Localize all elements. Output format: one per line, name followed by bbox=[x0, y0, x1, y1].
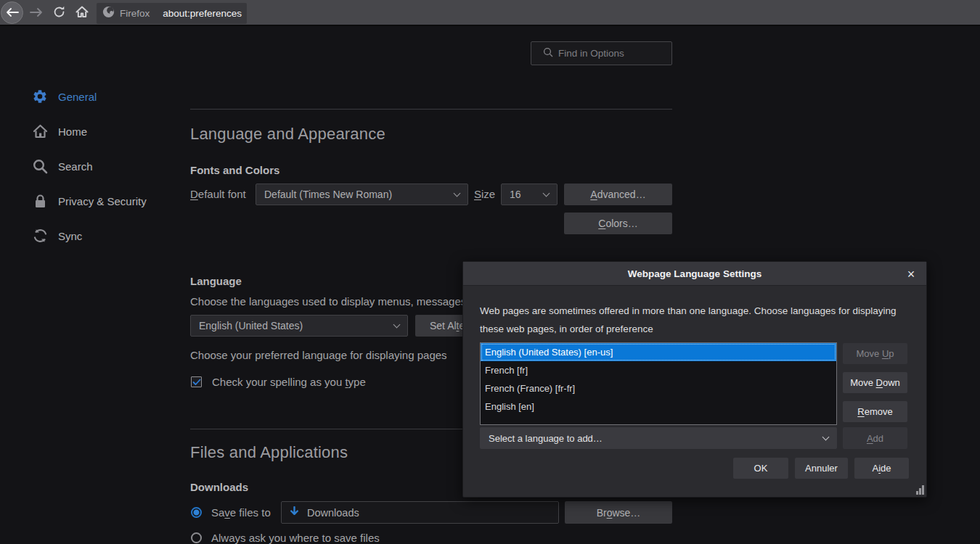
find-placeholder: Find in Options bbox=[558, 48, 624, 59]
remove-button[interactable]: Remove bbox=[843, 401, 907, 422]
size-value: 16 bbox=[510, 189, 521, 200]
default-font-value: Default (Times New Roman) bbox=[264, 189, 392, 200]
default-font-label: Default font bbox=[190, 184, 246, 205]
language-list-item[interactable]: French (France) [fr-fr] bbox=[481, 379, 836, 397]
dialog-header[interactable]: Webpage Language Settings bbox=[463, 262, 926, 286]
ok-button[interactable]: OK bbox=[733, 458, 788, 479]
section-title-files-applications: Files and Applications bbox=[190, 443, 348, 462]
reload-button[interactable] bbox=[49, 0, 69, 26]
download-path-field[interactable]: Downloads bbox=[281, 501, 559, 524]
fonts-colors-heading: Fonts and Colors bbox=[190, 164, 279, 176]
magnifier-icon bbox=[31, 157, 49, 175]
language-desc: Choose the languages used to display men… bbox=[190, 295, 469, 308]
home-icon bbox=[75, 6, 89, 21]
ui-language-dropdown[interactable]: English (United States) bbox=[190, 315, 408, 337]
size-dropdown[interactable]: 16 bbox=[501, 184, 558, 205]
language-listbox: English (United States) [en-us] French [… bbox=[480, 342, 837, 425]
sidebar-item-privacy-security[interactable]: Privacy & Security bbox=[22, 184, 178, 218]
save-files-label: Save files to bbox=[211, 501, 271, 524]
chevron-down-icon bbox=[454, 189, 461, 197]
save-files-radio[interactable] bbox=[191, 507, 202, 518]
chevron-down-icon bbox=[393, 321, 401, 328]
close-icon[interactable]: × bbox=[902, 265, 920, 283]
site-identity-label: Firefox bbox=[120, 8, 150, 19]
webpage-language-settings-dialog: Webpage Language Settings × Web pages ar… bbox=[462, 261, 927, 498]
downloads-heading: Downloads bbox=[190, 481, 248, 493]
back-arrow-icon bbox=[6, 7, 19, 20]
search-icon bbox=[543, 47, 553, 59]
lock-icon bbox=[31, 192, 49, 210]
language-list-item[interactable]: English (United States) [en-us] bbox=[481, 343, 836, 361]
language-list-item[interactable]: French [fr] bbox=[481, 361, 836, 379]
sidebar-label-search: Search bbox=[58, 160, 93, 173]
section-title-language-appearance: Language and Appearance bbox=[190, 125, 385, 144]
spellcheck-label: Check your spelling as you type bbox=[212, 376, 366, 388]
sync-icon bbox=[31, 227, 49, 244]
language-heading: Language bbox=[190, 275, 242, 287]
reload-icon bbox=[53, 6, 65, 21]
sidebar-item-general[interactable]: General bbox=[22, 79, 178, 114]
move-up-button[interactable]: Move Up bbox=[843, 343, 907, 364]
resize-grip[interactable] bbox=[916, 485, 924, 495]
cancel-button[interactable]: Annuler bbox=[795, 458, 848, 479]
browser-toolbar: Firefox about:preferences bbox=[0, 0, 980, 26]
always-ask-label: Always ask you where to save files bbox=[211, 532, 380, 544]
chevron-down-icon bbox=[822, 433, 830, 440]
firefox-logo-icon bbox=[102, 6, 115, 21]
browse-button[interactable]: Browse… bbox=[565, 501, 672, 524]
move-down-button[interactable]: Move Down bbox=[843, 372, 907, 393]
find-in-options-input[interactable]: Find in Options bbox=[531, 41, 672, 65]
chevron-down-icon bbox=[543, 189, 550, 197]
help-button[interactable]: Aide bbox=[854, 458, 909, 479]
ui-language-value: English (United States) bbox=[199, 320, 303, 331]
preferred-language-desc: Choose your preferred language for displ… bbox=[190, 349, 447, 361]
home-icon bbox=[31, 123, 49, 140]
default-font-dropdown[interactable]: Default (Times New Roman) bbox=[256, 184, 468, 205]
home-button[interactable] bbox=[72, 0, 92, 26]
advanced-button[interactable]: Advanced… bbox=[564, 184, 672, 205]
add-language-select[interactable]: Select a language to add… bbox=[480, 427, 837, 449]
colors-button[interactable]: Colors… bbox=[564, 213, 672, 234]
sidebar-label-privacy-security: Privacy & Security bbox=[58, 195, 147, 207]
dialog-description-line1: Web pages are sometimes offered in more … bbox=[480, 305, 897, 316]
always-ask-radio[interactable] bbox=[191, 532, 202, 543]
gear-icon bbox=[31, 88, 49, 105]
language-list-item[interactable]: English [en] bbox=[481, 397, 836, 416]
sidebar-label-general: General bbox=[58, 91, 97, 103]
sidebar-item-sync[interactable]: Sync bbox=[22, 218, 178, 253]
sidebar-item-search[interactable]: Search bbox=[22, 149, 178, 184]
dialog-title: Webpage Language Settings bbox=[628, 268, 761, 279]
size-label: Size bbox=[474, 184, 495, 205]
add-button[interactable]: Add bbox=[843, 427, 907, 449]
firefox-window: Firefox about:preferences Find in Option… bbox=[0, 0, 980, 544]
sidebar-label-sync: Sync bbox=[58, 230, 82, 242]
url-bar[interactable]: Firefox about:preferences bbox=[97, 3, 247, 24]
back-button[interactable] bbox=[1, 1, 23, 24]
section-divider-top bbox=[190, 109, 672, 110]
dialog-description-line2: these web pages, in order of preference bbox=[480, 323, 653, 334]
forward-button[interactable] bbox=[26, 0, 46, 26]
url-text: about:preferences bbox=[163, 8, 242, 19]
add-language-select-value: Select a language to add… bbox=[489, 433, 603, 444]
forward-arrow-icon bbox=[30, 7, 43, 20]
checkmark-icon bbox=[192, 376, 201, 389]
download-arrow-icon bbox=[290, 506, 299, 519]
sidebar-item-home[interactable]: Home bbox=[22, 114, 178, 149]
spellcheck-checkbox[interactable] bbox=[191, 376, 202, 387]
sidebar-label-home: Home bbox=[58, 125, 87, 138]
download-path-value: Downloads bbox=[307, 507, 359, 519]
